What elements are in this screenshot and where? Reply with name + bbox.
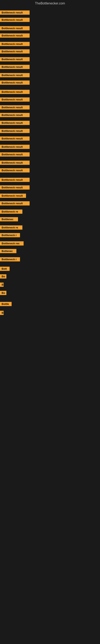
bottleneck-label: Bottleneck result bbox=[0, 194, 26, 198]
bottleneck-label: Bottleneck re bbox=[0, 210, 22, 214]
bottleneck-item: Bottleneck result bbox=[0, 129, 100, 134]
bottleneck-label: Bottleneck re bbox=[0, 226, 22, 230]
bottleneck-label: Bottleneck r bbox=[0, 233, 20, 237]
bottleneck-item: Bottleneck result bbox=[0, 98, 100, 102]
bottleneck-label: Bottenec bbox=[0, 249, 16, 253]
bottleneck-label: B bbox=[0, 311, 3, 315]
bottleneck-label: Bott bbox=[0, 267, 10, 271]
bottleneck-item: B bbox=[0, 311, 100, 316]
bottleneck-item: Bottlenec bbox=[0, 217, 100, 222]
bottleneck-item: Bottleneck result bbox=[0, 152, 100, 158]
bottleneck-label: Bottleneck result bbox=[0, 105, 30, 110]
bottleneck-item: Bottleneck result bbox=[0, 90, 100, 95]
bottleneck-item: B bbox=[0, 282, 100, 288]
bottleneck-label: Bottleneck result bbox=[0, 49, 30, 54]
bottleneck-label: Bottleneck result bbox=[0, 201, 30, 206]
bottleneck-item: Bottleneck result bbox=[0, 57, 100, 62]
bottleneck-item: Bottleneck result bbox=[0, 136, 100, 142]
bottleneck-item: Bottleneck result bbox=[0, 160, 100, 166]
bottleneck-label: Bottleneck result bbox=[0, 145, 30, 149]
bottleneck-item: Bottle bbox=[0, 302, 100, 307]
bottleneck-label: Bottleneck result bbox=[0, 129, 30, 133]
bottleneck-label: Bottleneck result bbox=[0, 26, 30, 30]
bottleneck-label: Bottleneck result bbox=[0, 73, 30, 77]
bottleneck-item: Bottleneck result bbox=[0, 65, 100, 70]
bottleneck-label: Bottleneck result bbox=[0, 136, 30, 141]
bottleneck-label: B bbox=[0, 282, 3, 287]
bottleneck-label: Bottleneck result bbox=[0, 178, 30, 182]
bottleneck-item: Bo bbox=[0, 274, 100, 279]
bottleneck-item: Bottleneck result bbox=[0, 42, 100, 47]
bottleneck-label: Bottleneck r bbox=[0, 257, 20, 262]
bottleneck-label: Bottle bbox=[0, 302, 12, 306]
bottleneck-item: Bottleneck result bbox=[0, 201, 100, 206]
bottleneck-item: Bottleneck result bbox=[0, 18, 100, 23]
site-title: TheBottlenecker.com bbox=[0, 0, 100, 6]
bottleneck-label: Bottleneck result bbox=[0, 65, 30, 69]
bottleneck-item: Bottleneck re bbox=[0, 226, 100, 230]
bottleneck-label: Bottleneck result bbox=[0, 90, 30, 94]
bottleneck-item: Bottleneck result bbox=[0, 73, 100, 78]
bottleneck-label: Bottleneck result bbox=[0, 57, 30, 62]
bottleneck-label: Bottleneck result bbox=[0, 168, 30, 172]
bottleneck-item: Bottleneck res bbox=[0, 241, 100, 246]
bottleneck-item: Bottleneck result bbox=[0, 168, 100, 173]
bottleneck-label: Bottleneck result bbox=[0, 80, 30, 85]
bottleneck-label: Bottleneck result bbox=[0, 42, 30, 46]
bottleneck-item: Bottleneck result bbox=[0, 10, 100, 16]
bottleneck-item: Bottleneck r bbox=[0, 257, 100, 262]
bottleneck-label: Bottleneck result bbox=[0, 160, 30, 165]
bottleneck-label: Bottlenec bbox=[0, 217, 18, 222]
bottleneck-label: Bottleneck result bbox=[0, 34, 30, 38]
bottleneck-item: Bottleneck result bbox=[0, 105, 100, 110]
bottleneck-item: Bottleneck r bbox=[0, 233, 100, 238]
bottleneck-item: Bottleneck result bbox=[0, 185, 100, 190]
bottleneck-item: Bottleneck result bbox=[0, 49, 100, 54]
bottleneck-item: Bottleneck result bbox=[0, 194, 100, 199]
bottleneck-item: Bottleneck result bbox=[0, 121, 100, 126]
bottleneck-label: Bottleneck result bbox=[0, 185, 30, 190]
bottleneck-item: Bottleneck result bbox=[0, 145, 100, 150]
bottleneck-label: Bottleneck result bbox=[0, 18, 30, 22]
bottleneck-label: Bottleneck res bbox=[0, 241, 24, 246]
bottleneck-label: Bottleneck result bbox=[0, 98, 30, 102]
bottleneck-item: Bottleneck result bbox=[0, 34, 100, 38]
bottleneck-item: Bottleneck result bbox=[0, 113, 100, 118]
bottleneck-item: Bott bbox=[0, 267, 100, 272]
bottleneck-item: Bo bbox=[0, 291, 100, 296]
bottleneck-label: Bottleneck result bbox=[0, 121, 30, 125]
bottleneck-label: Bo bbox=[0, 274, 6, 278]
bottleneck-item: Bottenec bbox=[0, 249, 100, 254]
bottleneck-item: Bottleneck result bbox=[0, 178, 100, 183]
bottleneck-label: Bottleneck result bbox=[0, 10, 30, 15]
bottleneck-label: Bottleneck result bbox=[0, 113, 30, 117]
bottleneck-label: Bo bbox=[0, 291, 6, 295]
bottleneck-item: Bottleneck result bbox=[0, 26, 100, 31]
bottleneck-item: Bottleneck result bbox=[0, 80, 100, 86]
bottleneck-label: Bottleneck result bbox=[0, 152, 30, 156]
bottleneck-item: Bottleneck re bbox=[0, 210, 100, 214]
